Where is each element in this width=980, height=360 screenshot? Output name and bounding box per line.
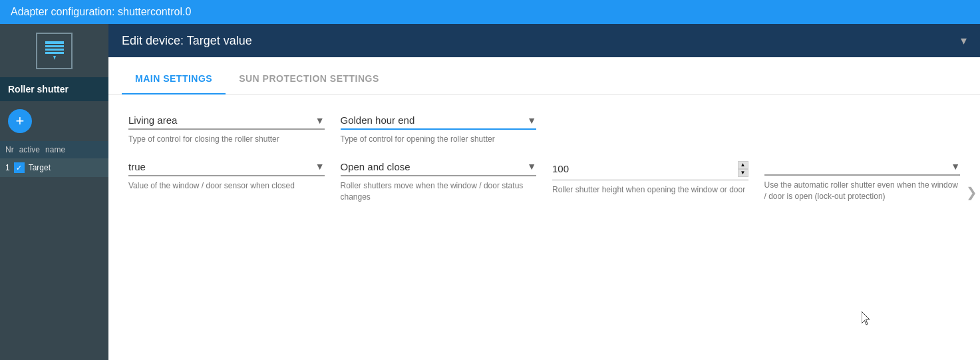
living-area-select[interactable]: Living area ▼ xyxy=(128,114,325,130)
tabs-container: MAIN SETTINGS SUN PROTECTION SETTINGS xyxy=(108,64,980,94)
true-value: true xyxy=(128,161,313,172)
svg-rect-0 xyxy=(45,41,64,44)
svg-rect-2 xyxy=(45,49,64,51)
open-close-dropdown-icon: ▼ xyxy=(527,161,536,172)
living-area-description: Type of control for closing the roller s… xyxy=(128,134,325,145)
tab-main-settings-label: MAIN SETTINGS xyxy=(135,73,212,84)
row-name: Target xyxy=(29,163,51,172)
dialog-close-button[interactable]: ▾ xyxy=(961,33,967,48)
dialog-title: Edit device: Target value xyxy=(122,34,252,48)
golden-hour-dropdown-icon: ▼ xyxy=(527,115,536,126)
lockout-dropdown-icon: ▼ xyxy=(951,161,960,172)
golden-hour-value: Golden hour end xyxy=(341,114,525,126)
main-layout: Roller shutter + Nr active name 1 ✓ Targ… xyxy=(0,24,980,360)
open-close-description: Roller shutters move when the window / d… xyxy=(341,180,537,203)
golden-hour-select[interactable]: Golden hour end ▼ xyxy=(341,114,537,130)
true-dropdown-icon: ▼ xyxy=(315,161,325,172)
form-content: Living area ▼ Type of control for closin… xyxy=(108,94,980,222)
field-lockout: ▼ Use the automatic roller shutter even … xyxy=(764,161,961,202)
sidebar-shutter-icon xyxy=(36,33,73,69)
true-description: Value of the window / door sensor when c… xyxy=(128,180,325,192)
table-row[interactable]: 1 ✓ Target xyxy=(0,158,108,177)
height-spin-down[interactable]: ▼ xyxy=(738,169,748,177)
open-close-select[interactable]: Open and close ▼ xyxy=(341,161,537,176)
field-golden-hour: Golden hour end ▼ Type of control for op… xyxy=(341,114,537,145)
living-area-dropdown-icon: ▼ xyxy=(315,115,325,126)
svg-rect-3 xyxy=(45,52,64,54)
dialog-header: Edit device: Target value ▾ xyxy=(108,24,980,57)
tab-sun-protection[interactable]: SUN PROTECTION SETTINGS xyxy=(226,64,393,94)
field-true: true ▼ Value of the window / door sensor… xyxy=(128,161,325,192)
title-bar: Adapter configuration: shuttercontrol.0 xyxy=(0,0,980,24)
dialog-right-chevron: ❯ xyxy=(966,184,977,200)
form-row-2: true ▼ Value of the window / door sensor… xyxy=(128,161,960,203)
sidebar-add-button[interactable]: + xyxy=(8,109,32,133)
sidebar-icon-area xyxy=(0,24,108,77)
true-select[interactable]: true ▼ xyxy=(128,161,325,176)
form-row-1: Living area ▼ Type of control for closin… xyxy=(128,114,960,145)
sidebar: Roller shutter + Nr active name 1 ✓ Targ… xyxy=(0,24,108,360)
lockout-description: Use the automatic roller shutter even wh… xyxy=(764,180,961,202)
col-name: name xyxy=(45,145,65,154)
sidebar-table-header: Nr active name xyxy=(0,141,108,158)
lockout-select[interactable]: ▼ xyxy=(764,161,961,176)
col-nr: Nr xyxy=(5,145,14,154)
height-spin-up[interactable]: ▲ xyxy=(738,161,748,169)
living-area-value: Living area xyxy=(128,114,313,126)
col-active: active xyxy=(19,145,40,154)
height-input[interactable] xyxy=(552,163,735,174)
tab-sun-protection-label: SUN PROTECTION SETTINGS xyxy=(239,73,379,84)
svg-rect-1 xyxy=(45,45,64,47)
tab-main-settings[interactable]: MAIN SETTINGS xyxy=(122,64,226,94)
row-nr: 1 xyxy=(5,163,10,172)
open-close-value: Open and close xyxy=(341,161,525,172)
height-spinners: ▲ ▼ xyxy=(738,161,748,177)
field-open-close: Open and close ▼ Roller shutters move wh… xyxy=(341,161,537,203)
field-height: ▲ ▼ Roller shutter height when opening t… xyxy=(552,161,748,196)
dialog: Edit device: Target value ▾ MAIN SETTING… xyxy=(108,24,980,360)
height-input-wrapper: ▲ ▼ xyxy=(552,161,748,180)
golden-hour-description: Type of control for opening the roller s… xyxy=(341,134,537,145)
height-description: Roller shutter height when opening the w… xyxy=(552,184,748,196)
row-active-checkbox[interactable]: ✓ xyxy=(14,162,25,173)
sidebar-section-label: Roller shutter xyxy=(8,84,69,94)
sidebar-section-header: Roller shutter xyxy=(0,77,108,101)
field-living-area: Living area ▼ Type of control for closin… xyxy=(128,114,325,145)
title-bar-label: Adapter configuration: shuttercontrol.0 xyxy=(11,6,191,18)
add-icon: + xyxy=(16,112,25,130)
